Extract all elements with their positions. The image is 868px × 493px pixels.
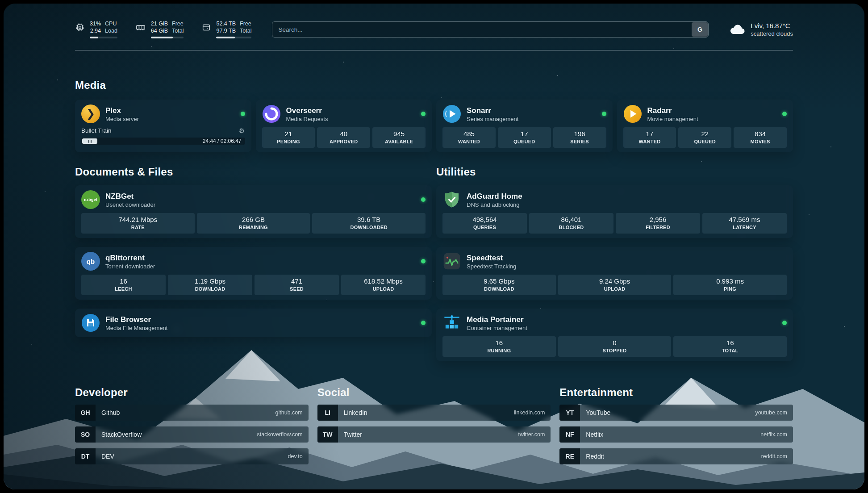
bookmark-github[interactable]: GH Github github.com [75,405,309,421]
weather-widget: Lviv, 16.87°C scattered clouds [729,22,793,37]
app-card-overseerr[interactable]: Overseerr Media Requests 21 PENDING 40 A… [256,100,432,152]
bookmark-linkedin[interactable]: LI LinkedIn linkedin.com [317,405,551,421]
app-subtitle-nzbget: Usenet downloader [105,201,155,208]
memory-icon [135,22,146,32]
bookmark-abbr: DT [75,448,96,464]
bookmark-group-entertainment: Entertainment YT YouTube youtube.com NF … [559,386,793,464]
disk-total-value: 97.9 TB [216,28,236,34]
documents-column: Documents & Files nzbget NZBGet Usenet d… [75,166,432,337]
bookmark-name: DEV [96,453,114,460]
bookmark-dev[interactable]: DT DEV dev.to [75,448,309,464]
status-online-dot [421,197,426,202]
bookmark-abbr: YT [559,405,580,421]
stat-leech: 16 LEECH [81,275,166,295]
filebrowser-icon [81,313,100,332]
app-card-filebrowser[interactable]: File Browser Media File Management [75,309,432,337]
app-subtitle-plex: Media server [105,116,139,122]
app-name-portainer: Media Portainer [467,315,527,324]
ram-free-value: 21 GiB [151,21,168,27]
app-name-sonarr: Sonarr [467,106,518,115]
app-card-radarr[interactable]: Radarr Movie management 17 WANTED 22 QUE… [617,100,793,152]
cloud-icon [729,23,745,36]
app-card-qbittorrent[interactable]: qb qBittorrent Torrent downloader 16 [75,247,432,300]
app-card-speedtest[interactable]: Speedtest Speedtest Tracking 9.65 Gbps D… [436,247,793,300]
radarr-icon [623,104,642,123]
gear-icon[interactable]: ⚙ [239,127,245,134]
bookmark-abbr: NF [559,426,580,443]
stat-download: 1.19 Gbps DOWNLOAD [168,275,252,295]
pause-button[interactable] [82,138,97,144]
header-divider [75,50,793,50]
search-input[interactable] [272,21,709,38]
stat-filtered: 2,956 FILTERED [616,213,700,234]
bookmark-name: Twitter [338,431,362,438]
section-title-entertainment: Entertainment [559,386,793,399]
stat-ping: 0.993 ms PING [673,275,787,295]
stat-remaining: 266 GB REMAINING [197,213,310,234]
app-name-nzbget: NZBGet [105,192,155,201]
bookmark-reddit[interactable]: RE Reddit reddit.com [559,448,793,464]
hard-drive-icon [201,22,211,32]
app-name-plex: Plex [105,106,139,115]
plex-icon: ❯ [81,104,100,123]
top-bar: 31% CPU 2.94 Load [75,17,793,42]
qbittorrent-icon: qb [81,252,100,271]
section-title-media: Media [75,79,793,92]
status-online-dot [602,112,606,116]
bookmark-name: YouTube [580,409,610,416]
playback-progress-bar[interactable]: 24:44 / 02:06:47 [81,138,245,145]
cpu-percent-value: 31% [90,21,101,27]
search-engine-button[interactable]: G [692,22,708,37]
bookmark-group-social: Social LI LinkedIn linkedin.com TW Twitt… [317,386,551,464]
bookmark-name: Github [96,409,120,416]
status-online-dot [782,112,787,116]
bookmark-stackoverflow[interactable]: SO StackOverflow stackoverflow.com [75,426,309,443]
stat-wanted: 485 WANTED [442,127,496,148]
app-card-adguard[interactable]: AdGuard Home DNS and adblocking 498,564 … [436,185,793,238]
system-stats: 31% CPU 2.94 Load [75,21,251,38]
stat-queued: 22 QUEUED [678,127,731,148]
stat-running: 16 RUNNING [442,336,556,357]
app-subtitle-speedtest: Speedtest Tracking [467,263,516,270]
stat-rate: 744.21 Mbps RATE [81,213,195,234]
bookmark-name: Reddit [580,453,604,460]
app-card-portainer[interactable]: Media Portainer Container management 16 … [436,309,793,361]
bookmark-url: stackoverflow.com [257,431,309,438]
stat-stopped: 0 STOPPED [558,336,672,357]
app-subtitle-radarr: Movie management [647,116,698,122]
app-subtitle-qbittorrent: Torrent downloader [105,263,155,270]
app-card-nzbget[interactable]: nzbget NZBGet Usenet downloader 744.21 M… [75,185,432,238]
bookmark-url: reddit.com [761,453,793,460]
speedtest-icon [442,252,461,271]
bookmark-twitter[interactable]: TW Twitter twitter.com [317,426,551,443]
nzbget-icon: nzbget [81,190,100,209]
status-online-dot [241,112,245,116]
disk-total-label: Total [240,28,251,34]
disk-usage-bar [216,37,251,38]
bookmark-url: linkedin.com [514,409,551,416]
app-subtitle-overseerr: Media Requests [286,116,328,122]
app-card-sonarr[interactable]: Sonarr Series management 485 WANTED 17 Q… [436,100,613,152]
stat-series: 196 SERIES [553,127,606,148]
portainer-icon [442,313,461,332]
bookmark-abbr: TW [317,426,338,443]
bookmark-name: Netflix [580,431,603,438]
cpu-usage-bar [90,37,117,38]
dashboard: 31% CPU 2.94 Load [4,4,864,489]
sonarr-icon [442,104,461,123]
bookmark-netflix[interactable]: NF Netflix netflix.com [559,426,793,443]
bookmark-name: StackOverflow [96,431,142,438]
cpu-load-value: 2.94 [90,28,101,34]
bookmark-group-developer: Developer GH Github github.com SO StackO… [75,386,309,464]
app-name-adguard: AdGuard Home [467,192,522,201]
status-online-dot [421,321,426,325]
disk-free-value: 52.4 TB [216,21,236,27]
weather-condition: scattered clouds [751,30,793,37]
stat-approved: 40 APPROVED [317,127,370,148]
stat-available: 945 AVAILABLE [372,127,426,148]
stat-wanted: 17 WANTED [623,127,676,148]
bookmark-youtube[interactable]: YT YouTube youtube.com [559,405,793,421]
stat-download: 9.65 Gbps DOWNLOAD [442,275,556,295]
cpu-icon [75,22,85,32]
app-card-plex[interactable]: ❯ Plex Media server Bullet Train ⚙ 24:44… [75,100,251,152]
